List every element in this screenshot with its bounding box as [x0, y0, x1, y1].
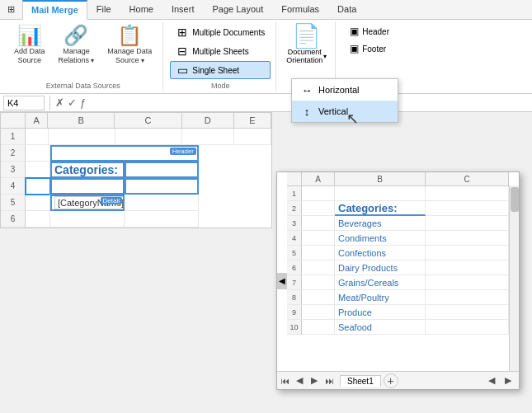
preview-add-sheet-button[interactable]: + [384, 373, 398, 388]
vertical-label: Vertical [318, 106, 348, 116]
col-header-b[interactable]: B [48, 113, 115, 128]
table-row: 1 [287, 186, 509, 201]
vertical-option[interactable]: ↕ Vertical [292, 101, 398, 122]
preview-col-c[interactable]: C [426, 172, 509, 185]
table-row: 3 Beverages [287, 216, 509, 231]
tab-app-icon[interactable]: ⊞ [0, 0, 22, 19]
preview-prev-button[interactable]: ◀ [292, 373, 307, 388]
preview-scroll-left-btn[interactable]: ◀ [484, 373, 499, 388]
preview-cell[interactable] [426, 216, 509, 231]
preview-sheet-footer: ⏮ ◀ ▶ ⏭ Sheet1 + ◀ ▶ [277, 371, 519, 389]
tab-file[interactable]: File [87, 0, 120, 19]
preview-cell[interactable] [302, 231, 335, 246]
header-icon: ▣ [350, 26, 359, 37]
preview-scroll-thumb[interactable] [511, 187, 519, 212]
preview-cell[interactable] [302, 216, 335, 231]
cell-c5[interactable] [125, 195, 199, 211]
add-data-source-button[interactable]: 📊 Add DataSource [8, 23, 51, 68]
multiple-sheets-button[interactable]: ⊟ Multiple Sheets [170, 42, 271, 60]
cell-a5[interactable] [26, 195, 50, 211]
preview-beverages: Beverages [335, 216, 426, 231]
document-orientation-icon: 📄 [292, 25, 321, 48]
preview-col-b[interactable]: B [335, 172, 426, 185]
cell-a4[interactable] [26, 178, 50, 195]
cell-c4[interactable] [125, 178, 199, 195]
horizontal-option[interactable]: ↔ Horizontal [292, 79, 398, 101]
tab-page-layout[interactable]: Page Layout [203, 0, 272, 19]
preview-cell[interactable] [302, 275, 335, 290]
table-row: 4 [1, 178, 271, 195]
preview-cell[interactable] [426, 246, 509, 260]
preview-cell[interactable] [426, 186, 509, 201]
preview-cell[interactable] [426, 275, 509, 290]
preview-cell[interactable] [335, 186, 426, 201]
preview-cell[interactable] [426, 290, 509, 305]
cell-a2[interactable] [26, 145, 50, 162]
formula-function-icon[interactable]: ƒ [80, 96, 86, 109]
preview-categories-label: Categories: [335, 201, 426, 216]
preview-first-button[interactable]: ⏮ [277, 373, 292, 388]
preview-sheet-tab[interactable]: Sheet1 [340, 375, 381, 387]
preview-cell[interactable] [302, 186, 335, 201]
preview-cell[interactable] [426, 201, 509, 216]
preview-last-button[interactable]: ⏭ [322, 373, 337, 388]
manage-relations-button[interactable]: 🔗 ManageRelations [53, 23, 101, 68]
tab-data[interactable]: Data [328, 0, 365, 19]
preview-cell[interactable] [302, 290, 335, 305]
col-header-a[interactable]: A [26, 113, 48, 128]
tab-mail-merge[interactable]: Mail Merge [22, 0, 87, 20]
table-row: 5 [CategoryName] ■ Detail [1, 195, 271, 211]
col-header-c[interactable]: C [115, 113, 181, 128]
preview-cell[interactable] [426, 231, 509, 246]
cell-b5[interactable]: [CategoryName] ■ Detail [50, 195, 125, 211]
preview-vertical-scrollbar[interactable] [509, 185, 519, 371]
cell-b2-merged[interactable]: Header [50, 145, 199, 162]
footer-button[interactable]: ▣ Footer [342, 40, 397, 57]
preview-cell[interactable] [302, 201, 335, 216]
formula-confirm-icon[interactable]: ✓ [68, 96, 77, 109]
preview-col-a[interactable]: A [302, 172, 335, 185]
cell-a1[interactable] [26, 129, 49, 145]
cell-a6[interactable] [26, 211, 50, 228]
formula-cancel-icon[interactable]: ✗ [55, 96, 64, 109]
preview-scroll-left[interactable]: ◀ [277, 273, 287, 289]
manage-data-source-button[interactable]: 📋 Manage DataSource [101, 23, 158, 68]
formula-separator [49, 96, 50, 110]
document-orientation-button[interactable]: 📄 DocumentOrientation ▾ [283, 23, 330, 66]
col-header-d[interactable]: D [182, 113, 234, 128]
cell-reference-input[interactable] [3, 96, 45, 110]
preview-cell[interactable] [302, 305, 335, 320]
cell-a3[interactable] [26, 162, 50, 178]
preview-cell[interactable] [426, 305, 509, 320]
tab-insert[interactable]: Insert [162, 0, 204, 19]
cell-e1[interactable] [234, 129, 271, 145]
preview-cell[interactable] [302, 320, 335, 335]
cell-b4[interactable] [50, 178, 125, 195]
col-header-e[interactable]: E [234, 113, 271, 128]
table-row: 8 Meat/Poultry [287, 290, 509, 305]
horizontal-label: Horizontal [318, 85, 360, 95]
mode-group: ⊞ Multiple Documents ⊟ Multiple Sheets ▭… [165, 21, 276, 92]
tab-home[interactable]: Home [120, 0, 162, 19]
single-sheet-label: Single Sheet [192, 66, 239, 75]
preview-meat: Meat/Poultry [335, 290, 426, 305]
preview-cell[interactable] [426, 260, 509, 275]
multiple-documents-button[interactable]: ⊞ Multiple Documents [170, 23, 271, 41]
tab-formulas[interactable]: Formulas [272, 0, 328, 19]
cell-c1[interactable] [115, 129, 182, 145]
preview-row-num: 1 [287, 186, 302, 201]
preview-next-button[interactable]: ▶ [307, 373, 322, 388]
cell-c3[interactable] [125, 162, 199, 178]
cell-c6[interactable] [125, 211, 199, 228]
single-sheet-button[interactable]: ▭ Single Sheet [170, 61, 271, 79]
header-button[interactable]: ▣ Header [342, 23, 397, 40]
preview-cell[interactable] [302, 246, 335, 260]
cell-b3[interactable]: Categories: [50, 162, 125, 178]
cell-b1[interactable] [49, 129, 115, 145]
preview-cell[interactable] [426, 320, 509, 335]
preview-seafood: Seafood [335, 320, 426, 335]
cell-b6[interactable] [50, 211, 125, 228]
preview-cell[interactable] [302, 260, 335, 275]
cell-d1[interactable] [182, 129, 234, 145]
preview-scroll-right-btn[interactable]: ▶ [501, 373, 516, 388]
